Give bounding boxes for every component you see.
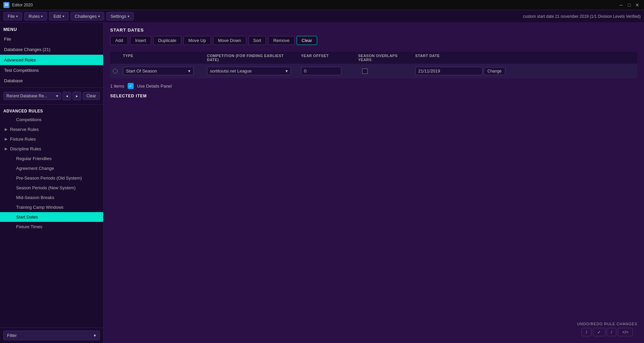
use-details-label: Use Details Panel	[137, 84, 172, 89]
file-chevron-icon: ▾	[16, 14, 18, 18]
content-header: START DATES Add Insert Duplicate Move Up…	[103, 23, 644, 48]
col-header-competition: COMPETITION (FOR FINDING EARLIEST DATE)	[204, 54, 298, 62]
section-title: START DATES	[110, 28, 637, 33]
row-start-date-cell: Change	[413, 65, 637, 77]
nav-forward-button[interactable]: ▸	[73, 92, 81, 100]
nav-controls: Recent Database Re... ▾ ◂ ▸ Clear	[0, 89, 103, 103]
col-header-start-date: START DATE	[413, 54, 637, 62]
menubar: File ▾ Rules ▾ Edit ▾ Challenges ▾ Setti…	[0, 10, 644, 23]
settings-menu[interactable]: Settings ▾	[106, 12, 134, 20]
edit-chevron-icon: ▾	[62, 14, 64, 18]
col-header-type: TYPE	[120, 54, 204, 62]
menu-label: MENU	[0, 23, 103, 34]
competition-chevron-icon: ▾	[286, 68, 288, 74]
sidebar-item-agreement-change[interactable]: Agreement Change	[0, 163, 103, 173]
sidebar: MENU File Database Changes (21) Advanced…	[0, 23, 103, 343]
rules-chevron-icon: ▾	[41, 14, 43, 18]
type-chevron-icon: ▾	[188, 68, 190, 74]
sidebar-item-file[interactable]: File	[0, 34, 103, 44]
items-count: 1 items	[110, 84, 124, 89]
redo-button[interactable]: </>	[618, 328, 633, 336]
sidebar-item-advanced-rules[interactable]: Advanced Rules	[0, 55, 103, 65]
sidebar-scroll: Competitions ▶ Reserve Rules ▶ Fixture R…	[0, 115, 103, 328]
year-offset-input[interactable]	[301, 67, 341, 75]
col-header-year-offset: YEAR OFFSET	[298, 54, 355, 62]
filter-chevron-icon: ▾	[94, 333, 96, 338]
undo-redo-slash1-button[interactable]: /	[582, 328, 592, 336]
table-row[interactable]: Start Of Season ▾ sortitoutsi.net League…	[110, 64, 637, 78]
use-details-checkbox[interactable]: ✓	[128, 83, 134, 89]
undo-redo-section: UNDO/REDO RULE CHANGES / ✓ / </>	[577, 322, 637, 336]
sidebar-item-mid-season-breaks[interactable]: Mid-Season Breaks	[0, 193, 103, 202]
sidebar-item-regular-friendlies[interactable]: Regular Friendlies	[0, 154, 103, 163]
arrow-icon: ▶	[5, 127, 7, 132]
main-layout: MENU File Database Changes (21) Advanced…	[0, 23, 644, 343]
titlebar: 20 Editor 2020 ─ □ ✕	[0, 0, 644, 10]
row-type-cell: Start Of Season ▾	[120, 65, 204, 77]
nav-back-button[interactable]: ◂	[62, 92, 71, 100]
competition-dropdown[interactable]: sortitoutsi.net League ▾	[207, 67, 291, 75]
sidebar-item-start-dates[interactable]: Start Dates	[0, 212, 103, 222]
minimize-button[interactable]: ─	[618, 2, 625, 8]
sidebar-item-test-competitions[interactable]: Test Competitions	[0, 65, 103, 76]
custom-date-info: custom start date 21 november 2019 (1/1 …	[523, 14, 641, 19]
toolbar: Add Insert Duplicate Move Up Move Down S…	[110, 36, 637, 45]
type-dropdown[interactable]: Start Of Season ▾	[123, 67, 194, 75]
arrow-icon: ▶	[5, 147, 7, 151]
filter-dropdown[interactable]: Filter ▾	[3, 331, 100, 340]
row-radio[interactable]	[113, 69, 118, 74]
maximize-button[interactable]: □	[626, 2, 633, 8]
app-icon: 20	[3, 2, 9, 8]
sidebar-item-training-camp-windows[interactable]: Training Camp Windows	[0, 202, 103, 212]
row-year-offset-cell	[298, 65, 355, 77]
row-season-overlaps-cell	[355, 67, 413, 75]
season-overlaps-checkbox[interactable]	[362, 68, 368, 74]
col-header-season-overlaps: SEASON OVERLAPS YEARS	[355, 54, 413, 62]
selected-item-title: SELECTED ITEM	[110, 94, 637, 98]
sidebar-item-fixture-rules[interactable]: ▶ Fixture Rules	[0, 134, 103, 144]
undo-redo-label: UNDO/REDO RULE CHANGES	[577, 322, 637, 326]
advanced-rules-section-label: ADVANCED RULES	[0, 106, 103, 115]
start-date-input[interactable]	[415, 67, 482, 75]
change-button[interactable]: Change	[484, 67, 505, 75]
row-competition-cell: sortitoutsi.net League ▾	[204, 65, 298, 77]
settings-chevron-icon: ▾	[128, 14, 129, 18]
move-up-button[interactable]: Move Up	[183, 36, 211, 45]
filter-bar: Filter ▾	[0, 328, 103, 343]
content-area: START DATES Add Insert Duplicate Move Up…	[103, 23, 644, 343]
duplicate-button[interactable]: Duplicate	[153, 36, 181, 45]
clear-button[interactable]: Clear	[297, 36, 317, 45]
sidebar-divider	[0, 87, 103, 88]
sidebar-item-database-changes[interactable]: Database Changes (21)	[0, 44, 103, 55]
challenges-menu[interactable]: Challenges ▾	[71, 12, 104, 20]
sidebar-item-discipline-rules[interactable]: ▶ Discipline Rules	[0, 144, 103, 154]
selected-item-section: SELECTED ITEM	[103, 94, 644, 100]
undo-button[interactable]: ✓	[593, 328, 605, 336]
sidebar-divider-2	[0, 104, 103, 105]
file-menu[interactable]: File ▾	[3, 12, 22, 20]
col-header-select	[110, 54, 120, 62]
app-title: Editor 2020	[12, 3, 33, 7]
close-button[interactable]: ✕	[634, 2, 641, 8]
window-controls: ─ □ ✕	[618, 2, 641, 8]
sidebar-item-database[interactable]: Database	[0, 76, 103, 86]
sort-button[interactable]: Sort	[248, 36, 266, 45]
nav-clear-button[interactable]: Clear	[83, 92, 100, 100]
move-down-button[interactable]: Move Down	[213, 36, 246, 45]
insert-button[interactable]: Insert	[130, 36, 151, 45]
data-table: TYPE COMPETITION (FOR FINDING EARLIEST D…	[110, 52, 637, 78]
edit-menu[interactable]: Edit ▾	[49, 12, 68, 20]
sidebar-item-pre-season-periods[interactable]: Pre-Season Periods (Old System)	[0, 173, 103, 183]
recent-database-dropdown[interactable]: Recent Database Re... ▾	[3, 92, 61, 100]
undo-redo-slash2-button[interactable]: /	[607, 328, 617, 336]
dropdown-chevron-icon: ▾	[56, 94, 58, 98]
sidebar-item-competitions[interactable]: Competitions	[0, 115, 103, 125]
rules-menu[interactable]: Rules ▾	[24, 12, 47, 20]
sidebar-item-season-periods[interactable]: Season Periods (New System)	[0, 183, 103, 193]
sidebar-item-reserve-rules[interactable]: ▶ Reserve Rules	[0, 125, 103, 134]
add-button[interactable]: Add	[110, 36, 128, 45]
arrow-icon: ▶	[5, 137, 7, 141]
remove-button[interactable]: Remove	[268, 36, 294, 45]
items-row: 1 items ✓ Use Details Panel	[103, 78, 644, 94]
sidebar-item-fixture-times[interactable]: Fixture Times	[0, 222, 103, 232]
